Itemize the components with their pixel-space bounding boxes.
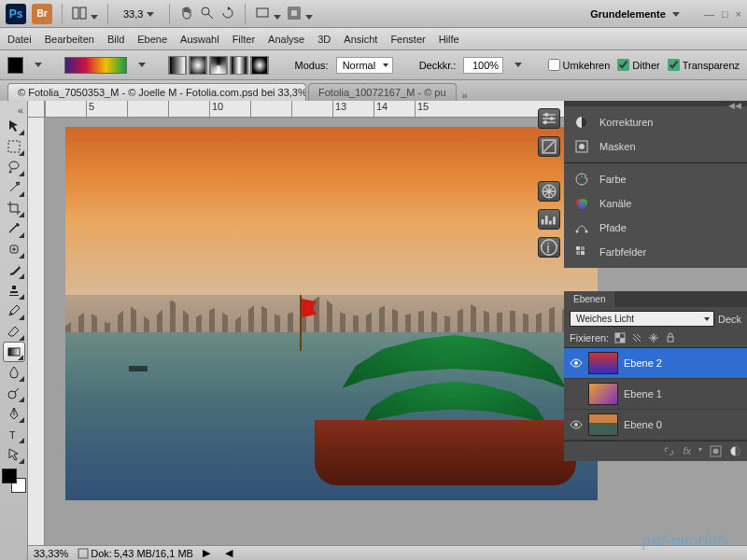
doc-info-icon[interactable]	[78, 548, 89, 559]
transparency-checkbox[interactable]: Transparenz	[668, 59, 740, 71]
gradient-tool[interactable]	[3, 342, 25, 362]
svg-rect-1	[80, 7, 86, 19]
layer-opacity-label: Deck	[718, 314, 741, 325]
svg-rect-5	[290, 9, 298, 17]
document-tab-inactive[interactable]: Fotolia_10072167_M - © pu	[308, 83, 457, 101]
ruler-origin[interactable]	[28, 101, 45, 118]
path-select-tool[interactable]	[3, 444, 25, 465]
menu-datei[interactable]: Datei	[7, 34, 32, 45]
layer-name[interactable]: Ebene 2	[624, 357, 662, 369]
menu-ansicht[interactable]: Ansicht	[344, 34, 377, 45]
panel-item-kanale[interactable]: Kanäle	[564, 191, 747, 216]
move-tool[interactable]	[3, 116, 25, 136]
crop-tool[interactable]	[3, 198, 25, 218]
layers-tab[interactable]: Ebenen	[564, 291, 614, 307]
layer-thumbnail[interactable]	[588, 383, 618, 405]
lock-all-icon[interactable]	[665, 332, 676, 343]
eyedropper-tool[interactable]	[3, 218, 25, 239]
menu-auswahl[interactable]: Auswahl	[180, 34, 219, 45]
fx-button[interactable]: fx	[683, 445, 691, 457]
gradient-reflected[interactable]	[230, 56, 248, 75]
layer-name[interactable]: Ebene 1	[624, 388, 662, 399]
blend-mode-select[interactable]: Normal	[336, 57, 393, 74]
wand-tool[interactable]	[3, 177, 25, 198]
lasso-tool[interactable]	[3, 157, 25, 177]
menu-3d[interactable]: 3D	[317, 34, 331, 45]
layer-thumbnail[interactable]	[588, 413, 618, 436]
document-tab-active[interactable]: © Fotolia_7050353_M - © Joelle M - Fotol…	[7, 83, 306, 101]
menu-ebene[interactable]: Ebene	[137, 34, 167, 45]
visibility-toggle[interactable]	[570, 387, 583, 400]
dock-icon-info[interactable]: i	[538, 237, 560, 258]
menu-analyse[interactable]: Analyse	[268, 34, 304, 45]
workspace-switcher[interactable]: Grundelemente	[581, 5, 689, 23]
menu-hilfe[interactable]: Hilfe	[439, 34, 459, 45]
rotate-view-btn[interactable]	[220, 6, 235, 22]
lock-transparency-icon[interactable]	[614, 332, 626, 343]
panel-item-masken[interactable]: Masken	[564, 134, 747, 159]
canvas[interactable]	[65, 127, 598, 500]
close-button[interactable]: ×	[736, 8, 741, 20]
link-layers-icon[interactable]	[663, 445, 675, 457]
layer-name[interactable]: Ebene 0	[624, 419, 662, 430]
hand-tool-btn[interactable]	[179, 6, 194, 22]
gradient-linear[interactable]	[168, 56, 187, 75]
layer-row-ebene2[interactable]: Ebene 2	[564, 348, 747, 379]
stamp-tool[interactable]	[3, 280, 25, 301]
zoom-tool-btn[interactable]	[200, 6, 215, 22]
screen-mode-btn[interactable]	[255, 6, 281, 22]
dock-icon-masks[interactable]	[538, 136, 560, 157]
reverse-checkbox[interactable]: Umkehren	[548, 59, 611, 71]
dither-checkbox[interactable]: Dither	[617, 59, 659, 71]
layer-thumbnail[interactable]	[588, 352, 618, 374]
opacity-input[interactable]: 100%	[463, 57, 503, 74]
arrange-documents-button[interactable]	[72, 6, 98, 22]
layer-row-ebene0[interactable]: Ebene 0	[564, 410, 747, 441]
lock-position-icon[interactable]	[648, 332, 659, 343]
visibility-toggle[interactable]	[570, 418, 583, 431]
dodge-tool[interactable]	[3, 383, 25, 403]
tool-preset-picker[interactable]	[7, 57, 23, 74]
tab-scroll-icon[interactable]: »	[462, 90, 468, 101]
adjustment-layer-icon[interactable]	[729, 445, 741, 457]
foreground-background-colors[interactable]	[2, 469, 26, 493]
menu-filter[interactable]: Filter	[233, 34, 255, 45]
toolbox-collapse[interactable]: «	[18, 105, 27, 116]
panel-item-farbe[interactable]: Farbe	[564, 167, 747, 191]
brush-tool[interactable]	[3, 259, 25, 280]
marquee-tool[interactable]	[3, 136, 25, 157]
menu-bearbeiten[interactable]: Bearbeiten	[45, 34, 94, 45]
zoom-level[interactable]: 33,3	[118, 7, 160, 21]
gradient-angle[interactable]	[209, 56, 228, 75]
dock-icon-adjustments[interactable]	[538, 108, 560, 129]
pen-tool[interactable]	[3, 403, 25, 424]
vertical-ruler[interactable]	[28, 118, 45, 545]
heal-tool[interactable]	[3, 239, 25, 259]
gradient-diamond[interactable]	[250, 56, 269, 75]
extras-btn[interactable]	[287, 6, 313, 22]
layer-blend-mode-select[interactable]: Weiches Licht	[570, 311, 714, 327]
status-menu-arrow[interactable]: ▶	[203, 547, 210, 559]
blur-tool[interactable]	[3, 362, 25, 383]
type-tool[interactable]: T	[3, 424, 25, 444]
lock-pixels-icon[interactable]	[631, 332, 642, 343]
bridge-button[interactable]: Br	[32, 4, 52, 24]
panel-item-farbfelder[interactable]: Farbfelder	[564, 240, 747, 264]
status-zoom[interactable]: 33,33%	[34, 548, 68, 559]
layer-row-ebene1[interactable]: Ebene 1	[564, 379, 747, 410]
panel-item-pfade[interactable]: Pfade	[564, 216, 747, 240]
dock-icon-histogram[interactable]	[538, 209, 560, 230]
history-brush-tool[interactable]	[3, 301, 25, 321]
gradient-radial[interactable]	[189, 56, 207, 75]
eraser-tool[interactable]	[3, 321, 25, 342]
minimize-button[interactable]: —	[704, 8, 714, 20]
mask-button-icon[interactable]	[710, 445, 722, 457]
svg-point-28	[576, 231, 579, 233]
gradient-picker[interactable]	[64, 57, 127, 74]
visibility-toggle[interactable]	[570, 357, 583, 370]
menu-bild[interactable]: Bild	[107, 34, 124, 45]
panel-item-korrekturen[interactable]: Korrekturen	[564, 110, 747, 134]
menu-fenster[interactable]: Fenster	[390, 34, 425, 45]
maximize-button[interactable]: □	[722, 8, 728, 20]
dock-icon-navigator[interactable]	[538, 181, 560, 202]
